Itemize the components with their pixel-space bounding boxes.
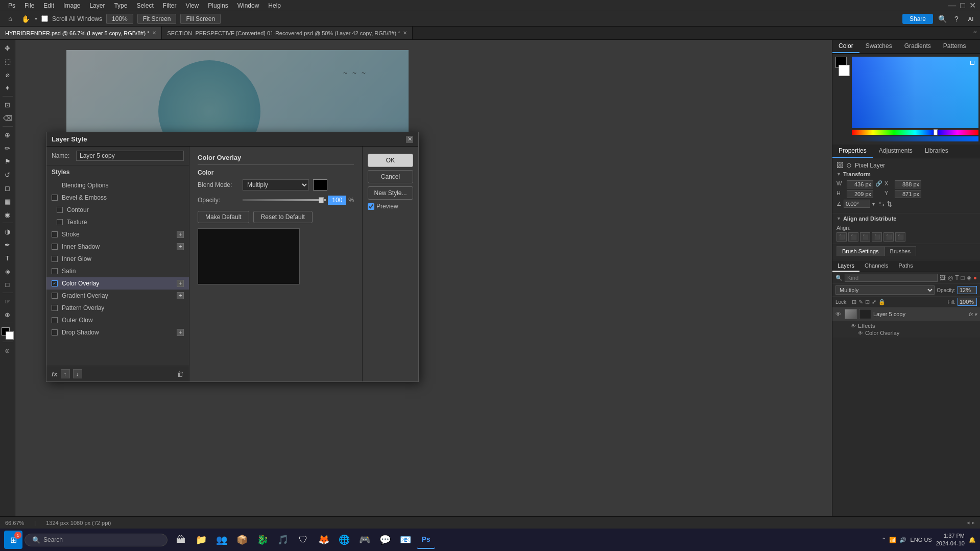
align-left-btn[interactable]: ⬛ (836, 232, 847, 242)
taskbar-app-explorer[interactable]: 🏔 (172, 531, 190, 549)
expand-tray-icon[interactable]: ⌃ (881, 537, 886, 543)
opacity-value-input[interactable] (328, 196, 346, 205)
shape-tool[interactable]: □ (2, 278, 14, 291)
menu-filter[interactable]: Filter (159, 1, 181, 10)
taskbar-app-chat[interactable]: 💬 (376, 531, 394, 549)
doc-tab-1-close[interactable]: ✕ (152, 30, 156, 36)
filter-active-icon[interactable]: ● (973, 274, 977, 281)
minimize-btn[interactable]: — (948, 1, 956, 10)
filter-adjust-icon[interactable]: ◎ (948, 274, 953, 281)
style-item-satin[interactable]: Satin (46, 265, 189, 277)
layers-blend-select[interactable]: Multiply (835, 285, 935, 295)
bg-color-swatch[interactable] (839, 65, 850, 76)
ai-icon[interactable]: AI (966, 16, 976, 22)
selection-tool[interactable]: ⬚ (2, 55, 14, 67)
panels-toggle[interactable]: ‹‹ (970, 27, 980, 39)
align-header[interactable]: ▼ Align and Distribute (836, 215, 976, 222)
move-tool[interactable]: ✥ (2, 42, 14, 54)
taskbar-app-spotify[interactable]: 🎵 (274, 531, 292, 549)
transform-header[interactable]: ▼ Transform (836, 171, 976, 177)
effects-visibility-icon[interactable]: 👁 (851, 323, 856, 329)
align-bottom-btn[interactable]: ⬛ (895, 232, 905, 242)
blur-tool[interactable]: ◉ (2, 208, 14, 221)
color-picker-gradient[interactable] (852, 57, 978, 128)
gradient-overlay-checkbox[interactable] (52, 293, 58, 299)
outer-glow-checkbox[interactable] (52, 317, 58, 323)
style-item-inner-glow[interactable]: Inner Glow (46, 253, 189, 265)
healing-brush-tool[interactable]: ⊕ (2, 129, 14, 141)
ok-button[interactable]: OK (368, 154, 413, 167)
style-down-button[interactable]: ↓ (73, 369, 82, 378)
taskbar-app-teams[interactable]: 👥 (212, 531, 231, 549)
inner-shadow-checkbox[interactable] (52, 244, 58, 250)
notification-icon[interactable]: 🔔 (969, 537, 976, 543)
tab-color[interactable]: Color (832, 40, 859, 53)
style-item-color-overlay[interactable]: ✓ Color Overlay + (46, 277, 189, 290)
align-center-h-btn[interactable]: ⬛ (848, 232, 858, 242)
menu-file[interactable]: File (20, 1, 38, 10)
doc-tab-1[interactable]: HYBRIDRENDER.psd @ 66.7% (Layer 5 copy, … (0, 27, 162, 39)
scroll-all-checkbox[interactable] (41, 15, 48, 22)
hand-tool[interactable]: ☞ (2, 295, 14, 307)
history-brush-tool[interactable]: ↺ (2, 169, 14, 181)
hand-dropdown[interactable]: ▾ (35, 16, 37, 21)
tab-patterns[interactable]: Patterns (937, 40, 972, 53)
menu-help[interactable]: Help (264, 1, 285, 10)
color-overlay-checkbox[interactable]: ✓ (52, 280, 58, 286)
pattern-overlay-checkbox[interactable] (52, 305, 58, 311)
brush-settings-tab[interactable]: Brush Settings (836, 246, 885, 256)
kind-filter-input[interactable] (845, 274, 938, 282)
cancel-button[interactable]: Cancel (368, 170, 413, 183)
taskbar-clock[interactable]: 1:37 PM 2024-04-10 (936, 532, 965, 548)
zoom-tool[interactable]: ⊕ (2, 308, 14, 321)
doc-tab-2-close[interactable]: ✕ (403, 30, 407, 36)
search-icon[interactable]: 🔍 (937, 15, 947, 23)
eraser-tool[interactable]: ◻ (2, 182, 14, 194)
scroll-left-icon[interactable]: ◂ (967, 519, 970, 526)
fill-value-input[interactable] (958, 298, 977, 306)
opacity-thumb[interactable] (319, 197, 324, 203)
style-delete-button[interactable]: 🗑 (177, 370, 184, 378)
eyedropper-tool[interactable]: ⌫ (2, 112, 14, 124)
dodge-tool[interactable]: ◑ (2, 225, 14, 237)
lock-pixels-icon[interactable]: ⊞ (852, 299, 856, 305)
link-icon[interactable]: 🔗 (875, 180, 882, 188)
blend-mode-select[interactable]: Multiply Normal Screen Overlay (243, 179, 309, 190)
style-item-gradient-overlay[interactable]: Gradient Overlay + (46, 290, 189, 302)
background-color[interactable] (6, 331, 14, 340)
menu-select[interactable]: Select (132, 1, 157, 10)
style-item-inner-shadow[interactable]: Inner Shadow + (46, 241, 189, 253)
contour-checkbox[interactable] (57, 207, 63, 213)
angle-dropdown[interactable]: ▾ (872, 201, 875, 207)
texture-checkbox[interactable] (57, 219, 63, 225)
new-style-button[interactable]: New Style... (368, 186, 413, 200)
taskbar-app-package[interactable]: 📦 (233, 531, 251, 549)
style-item-outer-glow[interactable]: Outer Glow (46, 314, 189, 326)
layer-visibility-toggle[interactable]: 👁 (835, 311, 843, 317)
style-item-bevel-emboss[interactable]: Bevel & Emboss (46, 191, 189, 204)
flip-v-icon[interactable]: ⇅ (887, 200, 892, 208)
style-item-stroke[interactable]: Stroke + (46, 228, 189, 241)
inner-glow-checkbox[interactable] (52, 256, 58, 262)
taskbar-search-bar[interactable]: 🔍 Search (25, 534, 168, 546)
network-icon[interactable]: 📶 (889, 537, 896, 543)
doc-tab-2[interactable]: SECTION_PERSPECTIVE [Converted]-01-Recov… (162, 27, 413, 39)
alpha-slider[interactable] (852, 136, 978, 141)
tab-adjustments[interactable]: Adjustments (873, 145, 919, 158)
crop-tool[interactable]: ⊡ (2, 99, 14, 111)
style-item-blending-options[interactable]: Blending Options (46, 179, 189, 191)
taskbar-app-outlook[interactable]: 📧 (396, 531, 415, 549)
paths-tab[interactable]: Paths (894, 260, 918, 272)
color-boxes[interactable] (2, 327, 14, 340)
make-default-button[interactable]: Make Default (198, 211, 249, 223)
style-item-pattern-overlay[interactable]: Pattern Overlay (46, 302, 189, 314)
style-item-texture[interactable]: Texture (46, 216, 189, 228)
tab-properties[interactable]: Properties (832, 145, 873, 158)
layers-tab[interactable]: Layers (832, 260, 859, 272)
lock-artboard-icon[interactable]: ⊡ (865, 299, 870, 305)
brush-tool[interactable]: ✏ (2, 142, 14, 154)
style-item-contour[interactable]: Contour (46, 204, 189, 216)
quick-mask-tool[interactable]: ◎ (2, 344, 14, 356)
hand-tool-icon[interactable]: ✋ (20, 15, 31, 23)
drop-shadow-add-button[interactable]: + (177, 329, 184, 336)
